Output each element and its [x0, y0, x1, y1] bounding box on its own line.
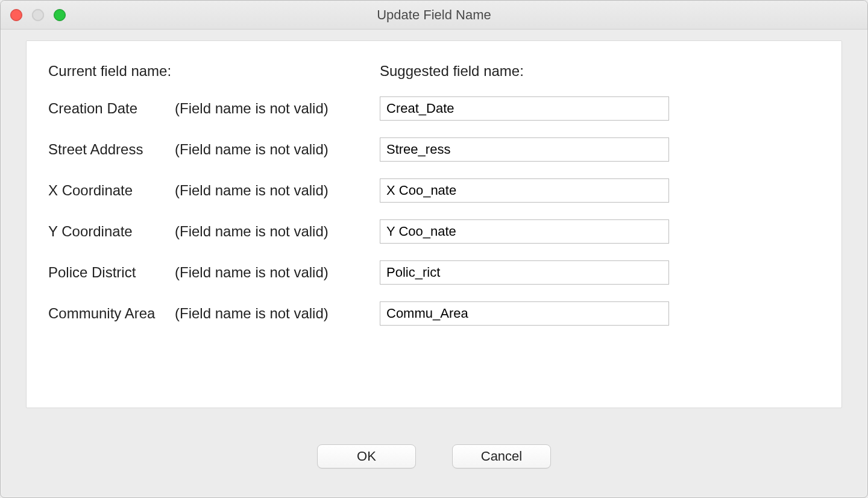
validation-message: (Field name is not valid)	[175, 182, 380, 199]
validation-message: (Field name is not valid)	[175, 141, 380, 158]
minimize-icon	[32, 9, 44, 21]
current-field-name: Creation Date	[48, 100, 175, 117]
ok-button[interactable]: OK	[317, 444, 416, 468]
dialog-window: Update Field Name Current field name: Su…	[0, 0, 868, 498]
validation-message: (Field name is not valid)	[175, 264, 380, 281]
suggested-field-input[interactable]	[380, 260, 669, 285]
content-panel: Current field name: Suggested field name…	[26, 40, 842, 408]
suggested-field-input[interactable]	[380, 96, 669, 121]
window-controls	[10, 9, 66, 21]
suggested-field-input[interactable]	[380, 219, 669, 244]
titlebar: Update Field Name	[1, 1, 867, 30]
current-field-name: Y Coordinate	[48, 223, 175, 240]
header-current: Current field name:	[48, 63, 380, 80]
close-icon[interactable]	[10, 9, 22, 21]
header-suggested: Suggested field name:	[380, 63, 669, 80]
suggested-field-input[interactable]	[380, 301, 669, 326]
suggested-field-input[interactable]	[380, 137, 669, 162]
validation-message: (Field name is not valid)	[175, 223, 380, 240]
suggested-field-input[interactable]	[380, 178, 669, 203]
cancel-button[interactable]: Cancel	[452, 444, 551, 468]
current-field-name: Police District	[48, 264, 175, 281]
current-field-name: Street Address	[48, 141, 175, 158]
validation-message: (Field name is not valid)	[175, 100, 380, 117]
window-title: Update Field Name	[1, 7, 867, 23]
validation-message: (Field name is not valid)	[175, 305, 380, 322]
button-bar: OK Cancel	[1, 444, 867, 468]
zoom-icon[interactable]	[54, 9, 66, 21]
current-field-name: X Coordinate	[48, 182, 175, 199]
current-field-name: Community Area	[48, 305, 175, 322]
